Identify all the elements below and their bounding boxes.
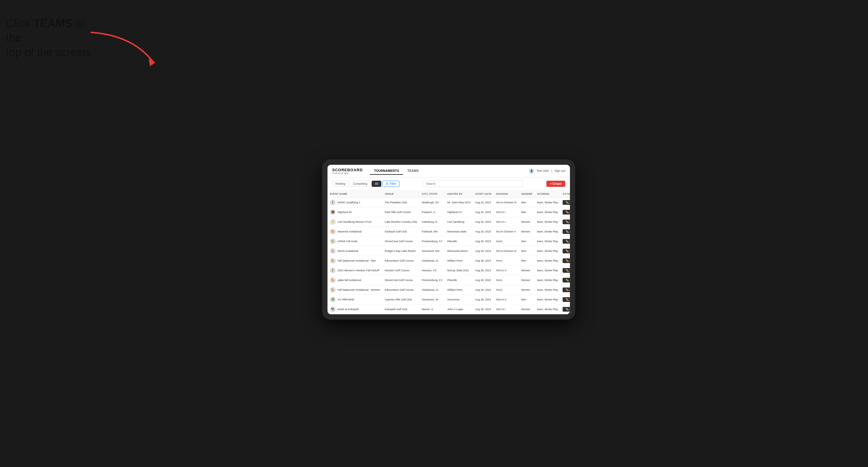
all-button[interactable]: All	[372, 181, 381, 187]
col-gender: GENDER	[519, 190, 535, 198]
edit-button[interactable]: ✏️ Edit	[563, 287, 570, 292]
nav-tabs: TOURNAMENTS TEAMS	[370, 167, 423, 175]
edit-button[interactable]: ✏️ Edit	[563, 229, 570, 234]
table-row: 🐎 Maverick Invitational Faribault Golf C…	[328, 226, 570, 236]
cell-date: Aug 28, 2023	[473, 285, 494, 294]
cell-gender: Men	[519, 236, 535, 246]
cell-city: Faribault, MN	[419, 226, 445, 236]
cell-scoring: team, Stroke Play	[535, 275, 560, 285]
event-name: Fall Statesmen Invitational - Women	[338, 288, 380, 291]
edit-button[interactable]: ✏️ Edit	[563, 220, 570, 224]
edit-button[interactable]: ✏️ Edit	[563, 239, 570, 244]
tab-teams[interactable]: TEAMS	[403, 167, 423, 175]
cell-hosted: Pikeville	[445, 236, 473, 246]
filter-icon: ☰	[386, 182, 389, 185]
instruction-text: Click TEAMS at thetop of the screen.	[6, 16, 103, 60]
col-venue: VENUE	[382, 190, 419, 198]
cell-venue: StoneCrest Golf Course	[382, 275, 419, 285]
cell-division: NICAA II	[494, 266, 519, 275]
col-division: DIVISION	[494, 190, 519, 198]
event-name: Carl Sandburg Women FA23	[338, 220, 371, 223]
cell-city: Prestonsburg, KY	[419, 236, 445, 246]
cell-event-name: 🏌️ 2023 Women's Hesston Fall Kickoff	[328, 266, 382, 275]
cell-venue: StoneCrest Golf Course	[382, 236, 419, 246]
cell-hosted: William Penn	[445, 285, 473, 294]
create-button[interactable]: + Create	[547, 181, 565, 187]
cell-actions: ✏️ Edit	[560, 275, 570, 285]
cell-hosted: Vincennes	[445, 294, 473, 304]
search-input[interactable]	[423, 180, 523, 187]
edit-button[interactable]: ✏️ Edit	[563, 210, 570, 215]
competing-button[interactable]: Competing	[350, 181, 370, 187]
event-name: UPIKE Fall Invite	[338, 240, 358, 243]
table-row: 🌿 VU PREVIEW Cypress Hills Golf Club Vin…	[328, 294, 570, 304]
event-name: Maverick Invitational	[338, 230, 362, 233]
event-icon: 🐻	[330, 209, 336, 215]
cell-venue: Park Hills Golf Course	[382, 207, 419, 217]
cell-scoring: team, Stroke Play	[535, 236, 560, 246]
cell-venue: Edmundson Golf Course	[382, 256, 419, 266]
cell-hosted: Murray State (OK)	[445, 266, 473, 275]
cell-gender: Men	[519, 294, 535, 304]
table-row: ⚡ Carl Sandburg Women FA23 Lake Bracken …	[328, 217, 570, 226]
event-icon: 🦅	[330, 306, 336, 312]
cell-event-name: 🐻 Highland 36	[328, 207, 382, 217]
cell-city: Freeport, IL	[419, 207, 445, 217]
event-name: Morris Invitational	[338, 250, 359, 252]
tablet-screen: SCOREBOARD Powered by clippt TOURNAMENTS…	[328, 165, 570, 314]
table-row: 🐻 Highland 36 Park Hills Golf Course Fre…	[328, 207, 570, 217]
search-box	[423, 180, 523, 187]
cell-date: Aug 28, 2023	[473, 246, 494, 256]
cell-event-name: 🐎 Maverick Invitational	[328, 226, 382, 236]
table-row: 🏌️ MSMC Qualifying 1 The Powelton Club N…	[328, 197, 570, 207]
cell-gender: Men	[519, 207, 535, 217]
tab-tournaments[interactable]: TOURNAMENTS	[370, 167, 403, 175]
table-row: 🐎 Fall Statesmen Invitational - Men Edmu…	[328, 256, 570, 266]
cell-city: Hesston, KS	[419, 266, 445, 275]
edit-button[interactable]: ✏️ Edit	[563, 268, 570, 273]
cell-scoring: team, Stroke Play	[535, 197, 560, 207]
event-name: MSMC Qualifying 1	[338, 201, 361, 204]
cell-actions: ✏️ Edit	[560, 246, 570, 256]
table-row: 🐎 UPIKE Fall Invite StoneCrest Golf Cour…	[328, 236, 570, 246]
cell-date: Aug 28, 2023	[473, 236, 494, 246]
cell-event-name: 🐎 Fall Statesmen Invitational - Women	[328, 285, 382, 294]
col-event-name: EVENT NAME	[328, 190, 382, 198]
edit-button[interactable]: ✏️ Edit	[563, 200, 570, 205]
cell-hosted: Minnesota State	[445, 226, 473, 236]
cell-date: Aug 28, 2023	[473, 294, 494, 304]
cell-venue: Edmundson Golf Course	[382, 285, 419, 294]
event-name: VU PREVIEW	[338, 298, 354, 301]
filter-button[interactable]: ☰ Filter	[382, 181, 399, 187]
edit-button[interactable]: ✏️ Edit	[563, 307, 570, 312]
edit-button[interactable]: ✏️ Edit	[563, 258, 570, 263]
cell-division: NICAA II	[494, 294, 519, 304]
top-nav: SCOREBOARD Powered by clippt TOURNAMENTS…	[328, 165, 570, 178]
cell-date: Aug 25, 2023	[473, 207, 494, 217]
cell-hosted: Mt. Saint Mary (NY)	[445, 197, 473, 207]
cell-division: NCAA Division II	[494, 226, 519, 236]
table-header: EVENT NAME VENUE CITY, STATE HOSTED BY S…	[328, 190, 570, 198]
sign-out-link[interactable]: Sign out	[554, 169, 565, 173]
edit-button[interactable]: ✏️ Edit	[563, 278, 570, 282]
col-hosted: HOSTED BY	[445, 190, 473, 198]
cell-gender: Men	[519, 246, 535, 256]
edit-button[interactable]: ✏️ Edit	[563, 297, 570, 302]
table-row: 🐎 Fall Statesmen Invitational - Women Ed…	[328, 285, 570, 294]
cell-division: NICAA I	[494, 217, 519, 226]
cell-hosted: William Penn	[445, 256, 473, 266]
col-actions: ACTIONS	[560, 190, 570, 198]
event-icon: ⚡	[330, 219, 336, 225]
cell-division: NAIA	[494, 256, 519, 266]
cell-gender: Men	[519, 256, 535, 266]
nav-right: 👤 Test User | Sign out	[529, 168, 565, 174]
table-body: 🏌️ MSMC Qualifying 1 The Powelton Club N…	[328, 197, 570, 314]
cell-scoring: team, Stroke Play	[535, 266, 560, 275]
hosting-button[interactable]: Hosting	[332, 181, 349, 187]
cell-division: NCAA Division III	[494, 197, 519, 207]
nav-left: SCOREBOARD Powered by clippt TOURNAMENTS…	[332, 167, 423, 175]
edit-button[interactable]: ✏️ Edit	[563, 249, 570, 253]
event-name: Fall Statesmen Invitational - Men	[338, 259, 376, 262]
cell-actions: ✏️ Edit	[560, 226, 570, 236]
tablet-frame: SCOREBOARD Powered by clippt TOURNAMENTS…	[322, 159, 575, 319]
